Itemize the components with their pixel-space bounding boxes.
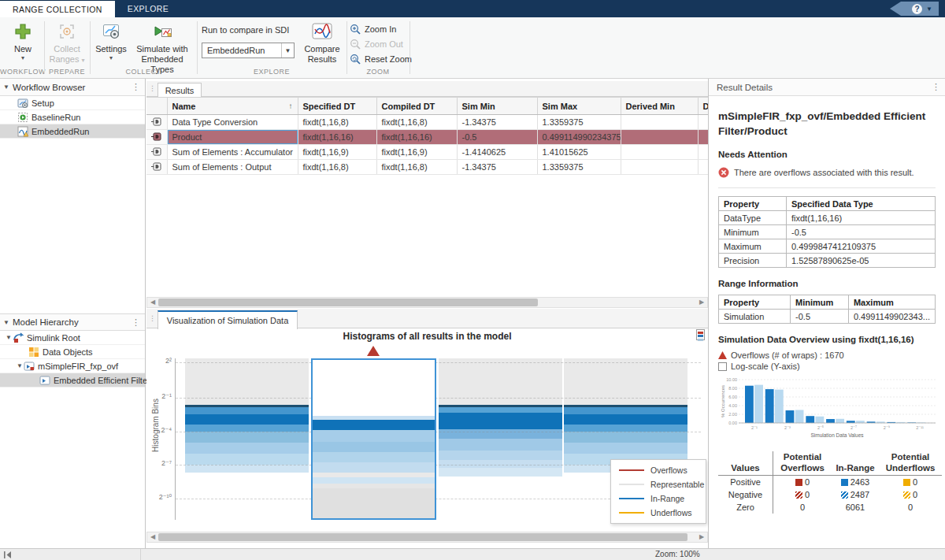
zoom-in-button[interactable]: Zoom In (350, 24, 396, 35)
table-row[interactable]: Sum of Elements : Output fixdt(1,16,8) f… (146, 160, 708, 175)
in-range-line-swatch (619, 498, 644, 499)
settings-button[interactable]: Settings ▾ (93, 21, 129, 61)
tab-results[interactable]: Results (158, 83, 202, 98)
table-row: Precision1.52587890625e-05 (719, 254, 936, 268)
tree-expand-chevron-icon[interactable]: ▼ (5, 334, 13, 341)
scroll-left-arrow-icon[interactable]: ◀ (147, 298, 158, 307)
tab-explore[interactable]: EXPLORE (115, 0, 181, 17)
svg-text:Simulation Data Values: Simulation Data Values (810, 432, 864, 438)
scroll-right-arrow-icon[interactable]: ▶ (696, 298, 707, 307)
legend-item-overflows: Overflows (619, 465, 706, 475)
in-range-positive-swatch (841, 479, 848, 486)
column-header-name[interactable]: Name↑ (167, 98, 298, 115)
run-select-dropdown[interactable]: EmbeddedRun ▼ (202, 43, 295, 58)
histogram-column-sum-accumulator[interactable] (439, 358, 562, 520)
collapse-chevron-icon[interactable]: ▼ (0, 83, 13, 91)
baseline-run-icon (17, 112, 28, 123)
scroll-left-arrow-icon[interactable]: ◀ (147, 532, 158, 542)
column-header-sim-min[interactable]: Sim Min (457, 98, 537, 115)
overflow-negative-swatch (795, 491, 802, 499)
workflow-browser-header[interactable]: ▼ Workflow Browser ⋮ (0, 79, 145, 96)
legend-item-underflows: Underflows (619, 508, 706, 517)
y-tick-label: 2⁻⁷ (148, 459, 172, 467)
y-axis-line (175, 358, 176, 520)
chart-title: Histograms of all results in the model (146, 331, 708, 342)
compare-results-button[interactable]: Compare Results (301, 21, 343, 65)
svg-text:% Occurrences: % Occurrences (721, 385, 725, 417)
tab-visualization[interactable]: Visualization of Simulation Data (158, 310, 298, 329)
group-label-zoom: ZOOM (346, 68, 410, 76)
log-scale-checkbox[interactable] (718, 362, 727, 371)
group-label-prepare: PREPARE (44, 68, 90, 76)
svg-text:2⁻⁷: 2⁻⁷ (850, 425, 857, 430)
svg-text:2.00: 2.00 (728, 412, 737, 417)
group-divider (90, 21, 91, 74)
overflow-triangle-icon (718, 351, 727, 359)
y-tick-label: 2⁻¹ (148, 392, 172, 400)
collapse-panel-icon[interactable] (3, 551, 12, 558)
collect-ranges-button[interactable]: Collect Ranges ▾ (47, 21, 87, 65)
scrollbar-thumb[interactable] (158, 533, 687, 541)
group-divider (197, 21, 198, 74)
svg-text:2⁻¹¹: 2⁻¹¹ (916, 425, 924, 430)
tree-expand-chevron-icon[interactable]: ▼ (16, 362, 24, 369)
histogram-column-product-selected[interactable] (311, 358, 436, 520)
svg-text:2⁻¹: 2⁻¹ (751, 425, 758, 430)
histogram-column-data-type-conversion[interactable] (185, 358, 309, 520)
tab-range-collection[interactable]: RANGE COLLECTION (0, 0, 115, 17)
sidebar-item-embeddedrun[interactable]: EmbeddedRun (0, 124, 145, 139)
reset-zoom-button[interactable]: Reset Zoom (350, 54, 412, 65)
needs-attention-heading: Needs Attention (718, 150, 936, 159)
chevron-down-icon: ▼ (926, 6, 932, 13)
signal-result-icon (151, 162, 162, 171)
column-header-truncated[interactable]: De (698, 98, 708, 115)
results-horizontal-scrollbar[interactable]: ◀ ▶ (146, 297, 708, 308)
gridline (176, 362, 701, 363)
model-hierarchy-header[interactable]: ▼ Model Hierarchy ⋮ (0, 313, 145, 331)
legend-toggle-icon[interactable] (696, 329, 705, 340)
table-row[interactable]: Sum of Elements : Accumulator fixdt(1,16… (146, 145, 708, 160)
collapse-chevron-icon[interactable]: ▼ (0, 319, 13, 326)
y-tick-label: 2² (148, 357, 172, 365)
kebab-menu-icon[interactable]: ⋮ (932, 82, 940, 92)
sidebar-item-setup[interactable]: Setup (0, 96, 145, 110)
tree-item-data-objects[interactable]: Data Objects (0, 345, 145, 359)
question-mark-icon: ? (912, 4, 922, 14)
group-label-collect: COLLECT (90, 68, 197, 76)
column-header-derived-min[interactable]: Derived Min (621, 98, 698, 115)
range-information-heading: Range Information (718, 279, 936, 288)
column-header-sim-max[interactable]: Sim Max (537, 98, 621, 115)
sidebar-item-baselinerun[interactable]: BaselineRun (0, 110, 145, 124)
table-row[interactable]: Data Type Conversion fixdt(1,16,8) fixdt… (146, 115, 708, 130)
y-tick-label: 2⁻¹⁰ (148, 493, 172, 501)
zoom-out-button[interactable]: Zoom Out (350, 39, 403, 50)
scrollbar-thumb[interactable] (158, 299, 538, 306)
run-select-value: EmbeddedRun (202, 46, 281, 55)
divider (718, 187, 936, 188)
kebab-menu-icon[interactable]: ⋮ (132, 317, 140, 328)
svg-text:2⁻⁹: 2⁻⁹ (884, 425, 890, 430)
help-button[interactable]: ? ▼ (890, 2, 939, 16)
tree-item-simulink-root[interactable]: ▼ Simulink Root (0, 331, 145, 345)
kebab-menu-icon[interactable]: ⋮ (132, 82, 140, 92)
tree-item-model[interactable]: ▼ mSimpleFIR_fxp_ovf (0, 359, 145, 373)
new-button[interactable]: New ▾ (6, 21, 39, 61)
embedded-run-icon (17, 126, 28, 137)
column-header-specified-dt[interactable]: Specified DT (298, 98, 376, 115)
simulate-embedded-button[interactable]: Simulate with Embedded Types (131, 21, 194, 75)
chart-legend: Overflows Representable In-Range Underfl… (610, 459, 706, 524)
scroll-right-arrow-icon[interactable]: ▶ (696, 532, 707, 542)
result-details-header: Result Details ⋮ (709, 79, 945, 96)
zoom-in-icon (350, 24, 361, 35)
center-pane: ⋮⋮ Results Name↑ Specified DT Compiled D… (146, 79, 708, 548)
column-header-compiled-dt[interactable]: Compiled DT (376, 98, 457, 115)
tree-item-subsystem[interactable]: Embedded Efficient Filter (0, 373, 145, 388)
group-divider (410, 21, 410, 74)
chevron-down-icon: ▾ (81, 57, 84, 64)
visualization-horizontal-scrollbar[interactable]: ◀ ▶ (146, 532, 708, 543)
legend-item-representable: Representable (619, 480, 706, 489)
values-summary-table: Values PotentialOverflows In-Range Poten… (718, 451, 936, 514)
table-row: Minimum-0.5 (719, 225, 936, 239)
table-row-selected[interactable]: Product fixdt(1,16,16) fixdt(1,16,16) -0… (146, 130, 708, 145)
in-range-negative-swatch (841, 491, 848, 499)
